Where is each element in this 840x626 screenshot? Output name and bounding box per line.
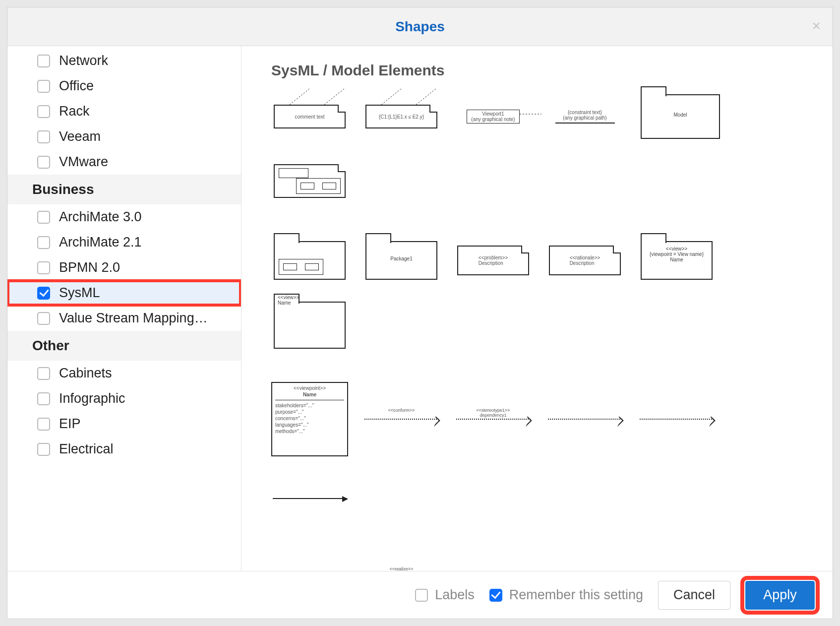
shape-problem[interactable]: <<problem>>Description xyxy=(455,236,532,285)
dialog-body: Network Office Rack Veeam VMware Busines… xyxy=(7,46,833,571)
shape-conform-arrow[interactable]: <<conform>> xyxy=(363,394,440,444)
checkbox-icon[interactable] xyxy=(37,287,50,300)
shape-dependency-arrow[interactable]: <<stereotype1>>dependency1 xyxy=(455,394,532,444)
shape-model-folder[interactable]: Model xyxy=(638,92,722,141)
sidebar-item-label: BPMN 2.0 xyxy=(59,260,120,275)
section-title-model-elements: SysML / Model Elements xyxy=(271,62,803,79)
shape-row: <<realize>> xyxy=(271,553,803,571)
labels-checkbox[interactable]: Labels xyxy=(415,587,475,603)
checkbox-icon[interactable] xyxy=(37,80,50,93)
checkbox-icon[interactable] xyxy=(37,236,50,249)
sidebar-item-network[interactable]: Network xyxy=(7,48,241,73)
connector-lines-icon xyxy=(366,88,438,106)
sidebar-item-label: Infographic xyxy=(59,391,125,406)
shape-package1[interactable]: Package1 xyxy=(363,236,440,285)
shape-preview-pane[interactable]: SysML / Model Elements comment text {C1:… xyxy=(241,46,833,571)
sidebar-item-veeam[interactable]: Veeam xyxy=(7,124,241,149)
shape-package-composite[interactable] xyxy=(271,236,348,285)
sidebar-item-label: Value Stream Mapping… xyxy=(59,311,208,326)
checkbox-icon[interactable] xyxy=(37,105,50,118)
shape-text: Package1 xyxy=(366,256,436,261)
apply-button[interactable]: Apply xyxy=(745,581,815,610)
labels-checkbox-label: Labels xyxy=(435,587,475,603)
checkbox-icon[interactable] xyxy=(489,589,502,602)
sidebar-item-label: Electrical xyxy=(59,441,114,457)
shape-view-folder-2[interactable]: <<view>>Name xyxy=(271,300,348,350)
svg-line-1 xyxy=(324,89,344,105)
sidebar-item-label: ArchiMate 3.0 xyxy=(59,209,142,225)
shape-comment[interactable]: comment text xyxy=(271,92,348,141)
sidebar-item-label: Network xyxy=(59,53,108,68)
shape-open-arrow[interactable] xyxy=(271,553,348,571)
shapes-dialog: Shapes × Network Office Rack Veeam xyxy=(7,7,833,619)
checkbox-icon[interactable] xyxy=(37,418,50,431)
dialog-footer: Labels Remember this setting Cancel Appl… xyxy=(7,571,833,619)
checkbox-icon[interactable] xyxy=(37,130,50,143)
sidebar-item-cabinets[interactable]: Cabinets xyxy=(7,361,241,386)
cancel-button[interactable]: Cancel xyxy=(658,581,730,610)
checkbox-icon[interactable] xyxy=(37,261,50,274)
category-sidebar[interactable]: Network Office Rack Veeam VMware Busines… xyxy=(7,46,241,571)
sidebar-item-vsm[interactable]: Value Stream Mapping… xyxy=(7,306,241,331)
shape-solid-line[interactable] xyxy=(271,474,348,523)
shape-composite[interactable] xyxy=(271,156,348,206)
sidebar-item-archimate-2[interactable]: ArchiMate 2.1 xyxy=(7,230,241,255)
remember-checkbox-label: Remember this setting xyxy=(509,587,643,603)
sidebar-item-label: ArchiMate 2.1 xyxy=(59,235,142,250)
shape-view-folder[interactable]: <<view>>{viewpoint = View name}Name xyxy=(638,236,715,285)
sidebar-item-label: Office xyxy=(59,78,94,94)
sidebar-item-label: SysML xyxy=(59,285,100,301)
close-icon[interactable]: × xyxy=(812,17,821,34)
shape-viewpoint-box[interactable]: <<viewpoint>>Name stakeholders="..."purp… xyxy=(271,379,348,459)
shape-realize-arrow[interactable]: <<realize>> xyxy=(363,553,440,571)
checkbox-icon[interactable] xyxy=(37,367,50,380)
shape-text: comment text xyxy=(295,114,324,120)
shape-constraint-note[interactable]: {C1:{L1}E1.x ≤ E2.y} xyxy=(363,92,440,141)
checkbox-icon[interactable] xyxy=(37,55,50,67)
checkbox-icon[interactable] xyxy=(37,211,50,224)
checkbox-icon[interactable] xyxy=(37,312,50,325)
sidebar-item-label: Veeam xyxy=(59,129,101,144)
sidebar-item-label: EIP xyxy=(59,416,81,432)
shape-row: Package1 <<problem>>Description <<ration… xyxy=(271,236,803,350)
sidebar-item-bpmn[interactable]: BPMN 2.0 xyxy=(7,255,241,280)
shape-constraint-path[interactable]: {constraint text}(any graphical path) xyxy=(546,92,623,141)
shape-text: Model xyxy=(642,112,719,118)
sidebar-item-label: Cabinets xyxy=(59,366,112,381)
shape-row: comment text {C1:{L1}E1.x ≤ E2.y} xyxy=(271,92,803,206)
checkbox-icon[interactable] xyxy=(37,156,50,169)
sidebar-item-label: Rack xyxy=(59,104,90,119)
dialog-header: Shapes × xyxy=(7,7,833,46)
category-header-business: Business xyxy=(7,175,241,204)
shape-dotted-arrow-2[interactable] xyxy=(638,394,715,444)
sidebar-item-rack[interactable]: Rack xyxy=(7,99,241,124)
shape-viewport-note[interactable]: Viewport1(any graphical note) xyxy=(455,92,532,141)
sidebar-item-label: VMware xyxy=(59,154,108,170)
checkbox-icon[interactable] xyxy=(415,589,428,602)
checkbox-icon[interactable] xyxy=(37,392,50,405)
shape-row: <<viewpoint>>Name stakeholders="..."purp… xyxy=(271,379,803,523)
sidebar-item-infographic[interactable]: Infographic xyxy=(7,386,241,411)
sidebar-item-eip[interactable]: EIP xyxy=(7,411,241,437)
svg-line-3 xyxy=(416,89,436,105)
checkbox-icon[interactable] xyxy=(37,443,50,456)
sidebar-item-office[interactable]: Office xyxy=(7,73,241,99)
connector-line-icon xyxy=(520,113,541,116)
dialog-title: Shapes xyxy=(395,19,445,35)
shape-dotted-arrow[interactable] xyxy=(546,394,623,444)
shape-rationale[interactable]: <<rationale>>Description xyxy=(546,236,623,285)
shape-text: {C1:{L1}E1.x ≤ E2.y} xyxy=(379,114,424,120)
category-header-other: Other xyxy=(7,331,241,361)
svg-line-2 xyxy=(381,89,401,105)
sidebar-item-sysml[interactable]: SysML xyxy=(7,280,241,306)
connector-lines-icon xyxy=(275,88,347,106)
remember-checkbox[interactable]: Remember this setting xyxy=(489,587,643,603)
sidebar-item-vmware[interactable]: VMware xyxy=(7,149,241,175)
svg-line-0 xyxy=(290,89,309,105)
sidebar-item-electrical[interactable]: Electrical xyxy=(7,437,241,457)
sidebar-item-archimate-3[interactable]: ArchiMate 3.0 xyxy=(7,204,241,230)
